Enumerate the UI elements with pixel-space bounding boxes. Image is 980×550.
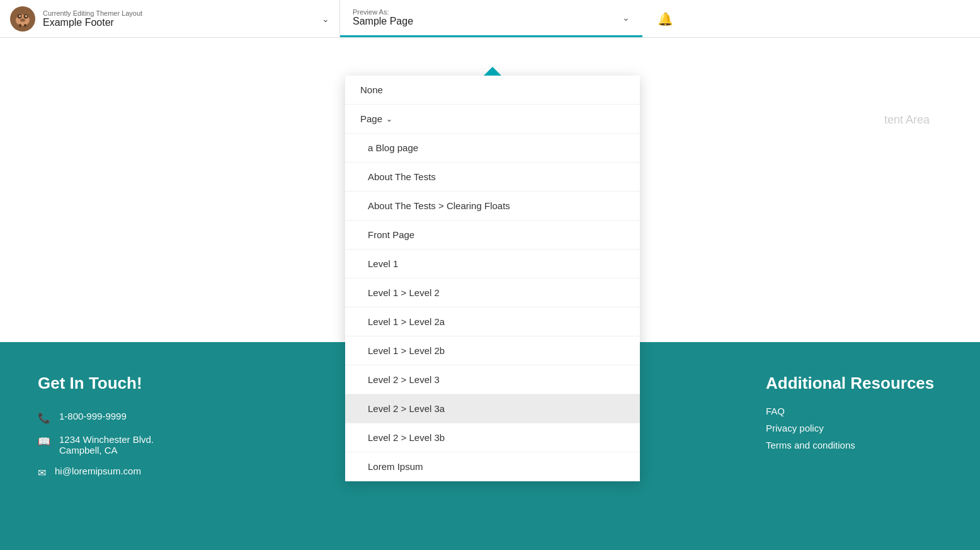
- dropdown-item-10[interactable]: Level 2 > Level 3b: [345, 423, 640, 452]
- svg-point-5: [25, 15, 26, 16]
- svg-rect-7: [19, 24, 21, 27]
- notifications-bell-icon[interactable]: 🔔: [658, 11, 673, 26]
- footer-email-address: hi@loremipsum.com: [55, 466, 141, 476]
- dropdown-arrow: [484, 67, 501, 76]
- header-bar: Currently Editing Themer Layout Example …: [0, 0, 980, 38]
- footer-resources-heading: Additional Resources: [766, 374, 942, 393]
- phone-icon: 📞: [38, 412, 50, 424]
- preview-value: Sample Page: [353, 16, 617, 27]
- dropdown-item-6[interactable]: Level 1 > Level 2a: [345, 307, 640, 336]
- dropdown-item-5[interactable]: Level 1 > Level 2: [345, 278, 640, 307]
- footer-resources: Additional Resources FAQ Privacy policy …: [728, 342, 980, 550]
- footer-link-terms[interactable]: Terms and conditions: [766, 440, 942, 450]
- editing-layout-selector[interactable]: Currently Editing Themer Layout Example …: [0, 0, 340, 37]
- dropdown-item-1[interactable]: About The Tests: [345, 163, 640, 192]
- preview-text: Preview As: Sample Page: [353, 8, 617, 27]
- dropdown-item-11[interactable]: Lorem Ipsum: [345, 452, 640, 481]
- footer-address-line1: 1234 Winchester Blvd.: [59, 434, 154, 445]
- footer-address-line2: Campbell, CA: [59, 445, 154, 455]
- page-section-label: Page: [360, 113, 382, 124]
- page-section-chevron-icon: ⌄: [386, 115, 392, 123]
- dropdown-none-option[interactable]: None: [345, 76, 640, 105]
- preview-label: Preview As:: [353, 8, 617, 16]
- footer-contact: Get In Touch! 📞 1-800-999-9999 📖 1234 Wi…: [0, 342, 346, 550]
- editing-layout-text: Currently Editing Themer Layout Example …: [43, 9, 317, 28]
- email-icon: ✉: [38, 467, 46, 479]
- footer-link-faq[interactable]: FAQ: [766, 406, 942, 416]
- dropdown-item-0[interactable]: a Blog page: [345, 134, 640, 163]
- preview-dropdown: None Page ⌄ a Blog page About The Tests …: [345, 76, 640, 481]
- dropdown-item-8[interactable]: Level 2 > Level 3: [345, 365, 640, 394]
- svg-point-6: [20, 18, 25, 21]
- svg-rect-8: [24, 24, 26, 27]
- map-icon: 📖: [38, 435, 50, 447]
- editing-chevron-icon: ⌄: [322, 14, 329, 24]
- app-logo: [10, 6, 35, 32]
- dropdown-item-4[interactable]: Level 1: [345, 249, 640, 278]
- content-area-hint: tent Area: [884, 113, 930, 127]
- dropdown-item-9[interactable]: Level 2 > Level 3a: [345, 394, 640, 423]
- editing-label: Currently Editing Themer Layout: [43, 9, 317, 17]
- footer-link-privacy[interactable]: Privacy policy: [766, 423, 942, 433]
- svg-point-4: [19, 15, 20, 16]
- dropdown-item-3[interactable]: Front Page: [345, 221, 640, 249]
- dropdown-item-7[interactable]: Level 1 > Level 2b: [345, 336, 640, 365]
- editing-value: Example Footer: [43, 17, 317, 28]
- footer-address-text: 1234 Winchester Blvd. Campbell, CA: [59, 434, 154, 455]
- dropdown-page-section[interactable]: Page ⌄: [345, 105, 640, 134]
- preview-as-selector[interactable]: Preview As: Sample Page ⌄: [340, 0, 642, 37]
- main-content-area: tent Area Get In Touch! 📞 1-800-999-9999…: [0, 38, 980, 550]
- footer-contact-heading: Get In Touch!: [38, 374, 309, 393]
- preview-chevron-icon: ⌄: [622, 13, 630, 23]
- footer-phone-number: 1-800-999-9999: [59, 411, 127, 421]
- dropdown-item-2[interactable]: About The Tests > Clearing Floats: [345, 192, 640, 221]
- footer-email: ✉ hi@loremipsum.com: [38, 466, 309, 479]
- footer-phone: 📞 1-800-999-9999: [38, 411, 309, 424]
- footer-address: 📖 1234 Winchester Blvd. Campbell, CA: [38, 434, 309, 455]
